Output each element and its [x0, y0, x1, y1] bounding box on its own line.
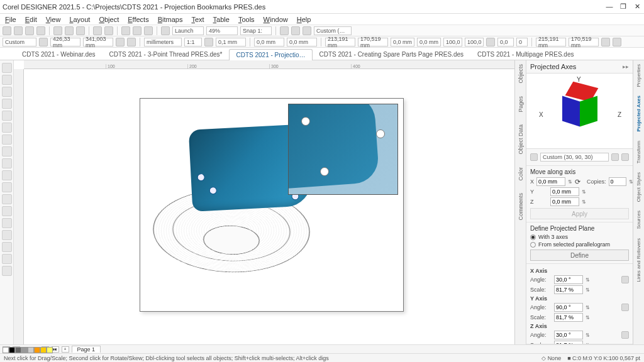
text-tool[interactable] — [2, 158, 12, 168]
axes-preview[interactable]: X Y Z — [526, 74, 633, 149]
option-icon[interactable] — [280, 26, 289, 35]
minimize-icon[interactable]: — — [605, 3, 614, 11]
axis-angle-input[interactable] — [554, 303, 583, 312]
docker-tab-transform[interactable]: Transform — [636, 141, 641, 163]
size-w[interactable]: 0,0 mm — [391, 38, 414, 47]
axis-scale-input[interactable] — [554, 341, 583, 344]
portrait-icon[interactable] — [116, 38, 125, 47]
paste-icon[interactable] — [76, 26, 85, 35]
outline-tool[interactable] — [2, 254, 12, 264]
lock-icon[interactable] — [621, 331, 629, 339]
close-icon[interactable]: ✕ — [633, 3, 641, 11]
menu-edit[interactable]: Edit — [25, 16, 37, 23]
cycle-icon[interactable]: ⟳ — [575, 178, 580, 186]
define-button[interactable]: Define — [530, 250, 629, 261]
panel-menu-icon[interactable]: ▸▸ — [623, 63, 629, 70]
size-h[interactable]: 0,0 mm — [417, 38, 441, 47]
apply-button[interactable]: Apply — [530, 208, 629, 219]
axis-scale-input[interactable] — [554, 285, 583, 294]
scale-y[interactable]: 100,0 — [465, 38, 484, 47]
page-height[interactable]: 341,003 mm — [83, 38, 113, 47]
landscape-icon[interactable] — [127, 38, 136, 47]
move-z-input[interactable] — [550, 197, 579, 206]
units-dropdown[interactable]: millimeters — [144, 38, 182, 47]
copies-field[interactable]: 0 — [516, 38, 528, 47]
import-icon[interactable] — [121, 26, 130, 35]
menu-object[interactable]: Object — [99, 16, 119, 23]
misc2-icon[interactable] — [613, 38, 621, 47]
misc-icon[interactable] — [601, 38, 610, 47]
cut-icon[interactable] — [53, 26, 62, 35]
fill-indicator[interactable]: ◇ None — [541, 355, 561, 361]
eyedropper-tool[interactable] — [2, 242, 12, 252]
workspace-dropdown[interactable]: Custom (… — [314, 26, 352, 35]
menu-bitmaps[interactable]: Bitmaps — [158, 16, 183, 23]
document-tab[interactable]: CDTS 2021 - 3-Point Thread PRES.des* — [103, 48, 230, 60]
polygon-tool[interactable] — [2, 146, 12, 156]
crop-tool[interactable] — [2, 87, 12, 97]
projection-preset[interactable]: Custom (30, 90, 30) — [540, 153, 609, 162]
docker-tab-links-and-rollovers[interactable]: Links and Rollovers — [636, 238, 641, 282]
launch-dropdown[interactable]: Launch — [172, 26, 204, 35]
docker-tab-pages[interactable]: Pages — [518, 96, 524, 112]
copy-icon[interactable] — [65, 26, 74, 35]
projection-cube[interactable] — [562, 94, 597, 129]
docker-tab-object-styles[interactable]: Object Styles — [636, 172, 641, 202]
page-tab[interactable]: Page 1 — [72, 346, 101, 353]
docker-tab-properties[interactable]: Properties — [636, 64, 641, 87]
menu-table[interactable]: Table — [213, 16, 230, 23]
menu-file[interactable]: File — [5, 16, 16, 23]
pick-tool[interactable] — [2, 63, 12, 73]
document-tab[interactable]: CDTS 2021 - Webinar.des — [15, 48, 103, 60]
color-swatch[interactable] — [40, 347, 47, 353]
option2-icon[interactable] — [291, 26, 300, 35]
docker-tab-color[interactable]: Color — [518, 167, 524, 181]
color-swatch[interactable] — [3, 347, 9, 353]
menu-window[interactable]: Window — [264, 16, 288, 23]
drawing-page[interactable] — [140, 98, 404, 312]
dimension-tool[interactable] — [2, 182, 12, 192]
color-swatch[interactable] — [34, 347, 40, 353]
save-icon[interactable] — [25, 26, 34, 35]
pos-y[interactable]: 170,519 mm — [358, 38, 388, 47]
radio-3-axes[interactable]: With 3 axes — [530, 234, 629, 240]
color-swatch[interactable] — [15, 347, 21, 353]
docker-tab-projected-axes[interactable]: Projected Axes — [636, 96, 641, 132]
page-width[interactable]: 426,33 mm — [50, 38, 80, 47]
document-tab[interactable]: CDTS 2021 - Creating Spare Parts Page PR… — [313, 48, 471, 60]
radio-parallelogram[interactable]: From selected parallelogram — [530, 241, 629, 248]
docker-tab-sources[interactable]: Sources — [636, 211, 641, 229]
shape-tool[interactable] — [2, 75, 12, 85]
table-tool[interactable] — [2, 170, 12, 180]
detail-view[interactable] — [288, 104, 398, 195]
move-x-input[interactable] — [536, 177, 565, 186]
docker-tab-comments[interactable]: Comments — [518, 193, 524, 221]
orientation-icon[interactable] — [39, 38, 48, 47]
option3-icon[interactable] — [303, 26, 311, 35]
print-icon[interactable] — [36, 26, 45, 35]
ratio-field[interactable]: 1:1 — [184, 38, 202, 47]
color-swatch[interactable] — [28, 347, 34, 353]
delete-preset-icon[interactable] — [621, 153, 629, 161]
menu-view[interactable]: View — [46, 16, 61, 23]
freehand-tool[interactable] — [2, 111, 12, 121]
move-y-input[interactable] — [550, 187, 579, 196]
fill-tool[interactable] — [2, 230, 12, 240]
document-tab[interactable]: CDTS 2021 - Multipage PRES.des — [470, 48, 580, 60]
docker-tab-objects[interactable]: Objects — [518, 64, 524, 84]
zoom-tool[interactable] — [2, 99, 12, 109]
menu-text[interactable]: Text — [191, 16, 204, 23]
canvas[interactable]: 100200300400 — [14, 60, 514, 344]
menu-tools[interactable]: Tools — [238, 16, 255, 23]
color-swatch[interactable] — [9, 347, 15, 353]
page-preset[interactable]: Custom — [3, 38, 36, 47]
rotation-field[interactable]: 0,0 — [497, 38, 514, 47]
scale-x[interactable]: 100,0 — [443, 38, 462, 47]
zoom-level[interactable]: 49% — [206, 26, 238, 35]
add-page-button[interactable]: + — [62, 346, 69, 353]
publish-icon[interactable] — [144, 26, 153, 35]
pos-x[interactable]: 213,191 mm — [325, 38, 355, 47]
transparency-tool[interactable] — [2, 266, 12, 276]
connector-tool[interactable] — [2, 194, 12, 204]
callout-tool[interactable] — [2, 206, 12, 216]
